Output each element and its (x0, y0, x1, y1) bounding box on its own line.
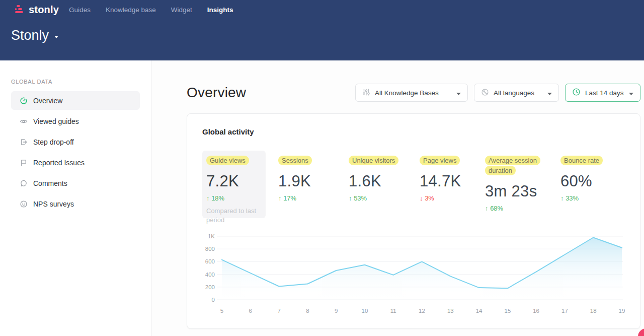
sidebar-item-label: NPS surveys (33, 200, 74, 208)
eye-icon (20, 117, 28, 125)
chevron-down-icon (629, 89, 633, 97)
metric-label: Unique visitors (349, 156, 398, 165)
svg-text:600: 600 (205, 258, 215, 264)
nav-item-widget[interactable]: Widget (171, 6, 192, 14)
brand-name: stonly (29, 4, 59, 16)
svg-text:12: 12 (419, 308, 425, 314)
svg-text:15: 15 (505, 308, 511, 314)
sidebar-item-comments[interactable]: Comments (11, 174, 140, 192)
smiley-icon (20, 200, 28, 208)
sidebar-section-label: GLOBAL DATA (11, 79, 140, 85)
svg-text:0: 0 (212, 297, 215, 303)
metric-delta: ↑ 33% (560, 194, 603, 202)
globe-icon (481, 88, 489, 98)
date-range-filter-label: Last 14 days (585, 89, 624, 97)
metric-label: Average session duration (485, 156, 540, 175)
flag-icon (20, 159, 28, 167)
workspace-name: Stonly (11, 28, 49, 43)
gauge-icon (20, 97, 28, 105)
svg-text:9: 9 (335, 308, 338, 314)
sidebar-item-label: Step drop-off (33, 138, 74, 146)
main-content: Overview All Knowledge Bases (151, 60, 644, 336)
sidebar-item-overview[interactable]: Overview (11, 91, 140, 110)
svg-text:16: 16 (533, 308, 539, 314)
knowledge-base-filter-label: All Knowledge Bases (375, 89, 439, 97)
metric-label: Sessions (278, 156, 312, 165)
stonly-logo-icon (14, 4, 25, 15)
metric-value: 3m 23s (485, 182, 560, 200)
sidebar: GLOBAL DATA OverviewViewed guidesStep dr… (0, 60, 151, 336)
sidebar-item-reported-issues[interactable]: Reported Issues (11, 153, 140, 172)
card-title: Global activity (202, 127, 625, 136)
date-range-filter[interactable]: Last 14 days (565, 84, 640, 102)
sidebar-list: OverviewViewed guidesStep drop-offReport… (11, 91, 140, 213)
svg-text:7: 7 (277, 308, 280, 314)
workspace-switcher[interactable]: Stonly (11, 28, 58, 43)
metric-label: Bounce rate (560, 156, 603, 165)
sidebar-item-label: Viewed guides (33, 117, 79, 125)
svg-text:10: 10 (362, 308, 368, 314)
comment-icon (20, 179, 28, 187)
activity-chart: 02004006008001K5678910111213141516171819 (202, 230, 625, 323)
sidebar-item-nps-surveys[interactable]: NPS surveys (11, 194, 140, 213)
nav-item-guides[interactable]: Guides (69, 6, 91, 14)
svg-text:200: 200 (205, 284, 215, 290)
metric-unique-visitors[interactable]: Unique visitors1.6K↑ 53% (349, 151, 420, 218)
metric-delta: ↑ 68% (485, 205, 560, 212)
metric-bounce-rate[interactable]: Bounce rate60%↑ 33% (560, 151, 603, 218)
brand-logo[interactable]: stonly (14, 4, 59, 16)
svg-text:5: 5 (220, 308, 223, 314)
metric-value: 1.6K (349, 172, 420, 190)
metric-value: 1.9K (278, 172, 349, 190)
step-dropoff-icon (20, 138, 28, 146)
metric-label: Page views (420, 156, 460, 165)
metric-page-views[interactable]: Page views14.7K↓ 3% (420, 151, 485, 218)
metric-guide-views[interactable]: Guide views7.2K↑ 18%Compared to last per… (202, 151, 266, 218)
metric-delta: ↑ 18% (206, 194, 262, 202)
metric-label: Guide views (206, 156, 249, 165)
metric-sessions[interactable]: Sessions1.9K↑ 17% (278, 151, 349, 218)
metric-delta: ↑ 53% (349, 194, 420, 202)
svg-text:800: 800 (205, 246, 215, 252)
sliders-icon (362, 88, 370, 98)
main-nav: GuidesKnowledge baseWidgetInsights (69, 6, 233, 14)
svg-text:17: 17 (561, 308, 568, 314)
language-filter[interactable]: All languages (474, 84, 559, 102)
page-title: Overview (187, 85, 246, 101)
knowledge-base-filter[interactable]: All Knowledge Bases (355, 84, 468, 102)
nav-item-knowledge-base[interactable]: Knowledge base (106, 6, 156, 14)
svg-text:13: 13 (447, 308, 454, 314)
arrow-down-icon: ↓ (420, 194, 425, 202)
arrow-up-icon: ↑ (485, 205, 490, 212)
filters-bar: All Knowledge Bases All languages (355, 84, 640, 102)
arrow-up-icon: ↑ (206, 194, 211, 202)
top-header: stonly GuidesKnowledge baseWidgetInsight… (0, 0, 644, 60)
top-nav-row: stonly GuidesKnowledge baseWidgetInsight… (11, 0, 633, 19)
clock-icon (572, 88, 581, 98)
global-activity-card: Global activity Guide views7.2K↑ 18%Comp… (187, 113, 640, 329)
arrow-up-icon: ↑ (278, 194, 283, 202)
metric-note: Compared to last period (206, 207, 261, 224)
svg-text:14: 14 (476, 308, 482, 314)
metric-average-session-duration[interactable]: Average session duration3m 23s↑ 68% (485, 151, 560, 218)
sidebar-item-label: Comments (33, 179, 67, 187)
metric-delta: ↑ 17% (278, 194, 349, 202)
chevron-down-icon (54, 36, 58, 38)
svg-text:400: 400 (205, 272, 215, 278)
svg-text:1K: 1K (208, 233, 215, 239)
sidebar-item-label: Reported Issues (33, 159, 85, 167)
chevron-down-icon (547, 89, 552, 97)
arrow-up-icon: ↑ (560, 194, 566, 202)
sidebar-item-viewed-guides[interactable]: Viewed guides (11, 112, 140, 130)
metric-delta: ↓ 3% (420, 194, 485, 202)
nav-item-insights[interactable]: Insights (207, 6, 233, 14)
chevron-down-icon (456, 89, 461, 97)
metric-value: 60% (560, 172, 603, 190)
metric-value: 14.7K (420, 172, 485, 190)
svg-text:11: 11 (390, 308, 396, 314)
sidebar-item-label: Overview (33, 97, 62, 105)
language-filter-label: All languages (494, 89, 534, 97)
svg-text:8: 8 (306, 308, 309, 314)
svg-text:18: 18 (590, 308, 597, 314)
sidebar-item-step-drop-off[interactable]: Step drop-off (11, 132, 140, 151)
